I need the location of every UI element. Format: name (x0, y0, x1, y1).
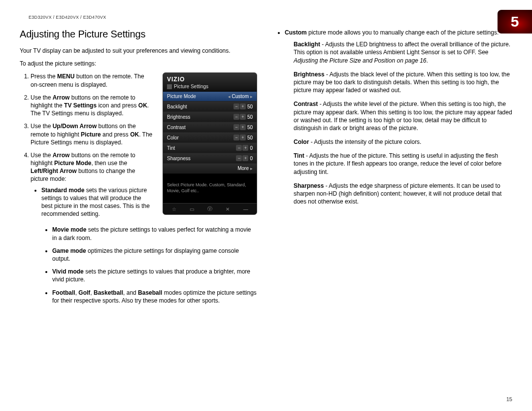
minus-icon: − (233, 103, 239, 109)
custom-mode-bullet: Custom picture mode allows you to manual… (275, 29, 512, 36)
def-color: Color - Adjusts the intensity of the pic… (294, 138, 512, 146)
step-4: Use the Arrow buttons on the remote to h… (31, 151, 156, 218)
osd-row-brightness: Brightness −+50 (163, 112, 257, 122)
header-model-string: E3D320VX / E3D420VX / E3D470VX (29, 15, 512, 20)
ordered-steps: Press the MENU button on the remote. The… (20, 72, 156, 218)
mode-standard: Standard mode sets the various picture s… (41, 186, 154, 218)
osd-row-picture-mode: Picture Mode ◂Custom▸ (163, 92, 257, 102)
osd-logo: VIZIO (167, 76, 253, 83)
step-3: Use the Up/Down Arrow buttons on the rem… (31, 122, 156, 146)
plus-icon: + (242, 155, 248, 161)
chevron-right-icon: ▸ (250, 94, 253, 99)
chapter-number: 5 (511, 13, 519, 30)
v-button-icon: Ⓥ (206, 206, 213, 212)
mode-bullets-continued: Movie mode sets the picture settings to … (20, 226, 257, 305)
widescreen-icon: ▭ (189, 206, 196, 212)
minus-icon: − (236, 145, 242, 151)
osd-footer: ☆ ▭ Ⓥ ✕ — (163, 203, 257, 214)
def-brightness: Brightness - Adjusts the black level of … (294, 70, 512, 95)
picture-settings-icon (167, 84, 172, 89)
page-number: 15 (506, 396, 512, 402)
def-sharpness: Sharpness - Adjusts the edge sharpness o… (294, 182, 512, 206)
osd-screenshot: VIZIO Picture Settings Picture Mode ◂Cus… (163, 72, 257, 215)
plus-icon: + (240, 114, 246, 120)
def-tint: Tint - Adjusts the hue of the picture. T… (294, 152, 512, 176)
mode-movie: Movie mode sets the picture settings to … (52, 226, 257, 241)
plus-icon: + (240, 103, 246, 109)
minus-icon: − (236, 155, 242, 161)
mode-custom: Custom picture mode allows you to manual… (285, 29, 512, 36)
intro-paragraph: Your TV display can be adjusted to suit … (20, 47, 257, 55)
osd-subtitle: Picture Settings (167, 84, 253, 89)
lead-paragraph: To adjust the picture settings: (20, 60, 257, 68)
osd-hint-text: Select Picture Mode. Custom, Standard, M… (163, 173, 257, 203)
steps-and-osd-wrapper: Press the MENU button on the remote. The… (20, 72, 257, 223)
osd-row-backlight: Backlight −+50 (163, 102, 257, 112)
two-column-layout: Adjusting the Picture Settings Your TV d… (20, 29, 512, 309)
left-column: Adjusting the Picture Settings Your TV d… (20, 29, 257, 309)
osd-row-more: More ▸ (163, 164, 257, 173)
minus-icon: − (233, 135, 239, 140)
right-column: Custom picture mode allows you to manual… (275, 29, 512, 309)
star-icon: ☆ (170, 206, 177, 212)
minus-icon: − (233, 114, 239, 120)
chevron-left-icon: ◂ (228, 94, 231, 99)
plus-icon: + (242, 145, 248, 151)
close-icon: ✕ (224, 206, 231, 212)
minus-icon: − (233, 124, 239, 130)
plus-icon: + (240, 124, 246, 130)
def-contrast: Contrast - Adjusts the white level of th… (294, 100, 512, 132)
osd-row-tint: Tint −+0 (163, 143, 257, 153)
dash-icon: — (242, 206, 249, 212)
plus-icon: + (240, 135, 246, 140)
osd-row-color: Color −+50 (163, 133, 257, 143)
def-backlight: Backlight - Adjusts the LED brightness t… (294, 40, 512, 65)
mode-vivid: Vivid mode sets the picture settings to … (52, 268, 257, 283)
mode-game: Game mode optimizes the picture settings… (52, 247, 257, 263)
mode-sports: Football, Golf, Basketball, and Baseball… (52, 289, 257, 305)
osd-row-contrast: Contrast −+50 (163, 122, 257, 133)
chapter-tab: 5 (498, 10, 532, 34)
section-title: Adjusting the Picture Settings (20, 29, 257, 40)
step-1: Press the MENU button on the remote. The… (31, 72, 156, 88)
chevron-right-icon: ▸ (250, 166, 253, 171)
osd-header: VIZIO Picture Settings (163, 73, 257, 92)
step-2: Use the Arrow buttons on the remote to h… (31, 94, 156, 118)
mode-bullets-inner: Standard mode sets the various picture s… (31, 186, 154, 218)
setting-definitions: Backlight - Adjusts the LED brightness t… (275, 40, 512, 206)
osd-row-sharpness: Sharpness −+0 (163, 153, 257, 164)
